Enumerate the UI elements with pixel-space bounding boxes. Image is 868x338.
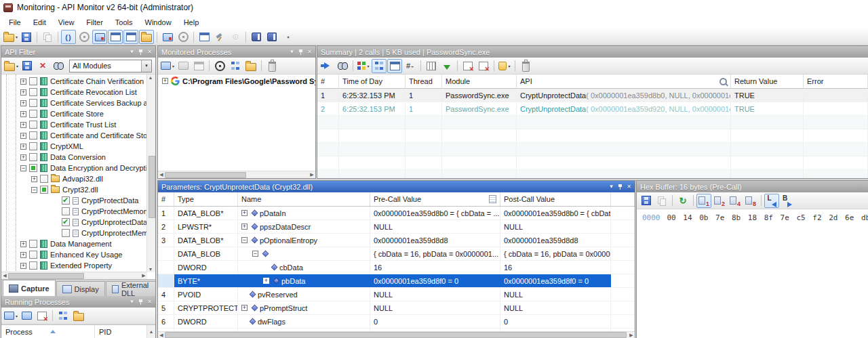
menu-item-window[interactable]: Window [139,15,178,29]
close-icon[interactable]: ✕ [627,184,631,190]
hex-dump-line[interactable]: 000000 14 0b 7e 8b 18 8f 7e c5 f2 2d 6e … [637,209,868,222]
probe-icon[interactable] [77,30,92,44]
highlight-grid-icon[interactable]: ▾ [356,59,371,73]
refresh-buffer-icon[interactable]: ↻ [675,194,690,208]
column-header-pre-call-value[interactable]: Pre-Call Value [370,192,500,206]
tree-item[interactable]: +CryptXML [1,141,147,152]
find-icon[interactable] [335,59,350,73]
tree-item[interactable]: +Data Management [1,238,147,249]
tree-checkbox[interactable] [29,153,37,161]
pause-hand-icon[interactable]: ▾ [497,59,512,73]
menu-item-view[interactable]: View [52,15,81,29]
open-filter-icon[interactable]: ▾ [3,59,19,73]
tree-checkbox[interactable] [29,99,37,107]
remove-monitor-icon[interactable] [191,59,206,73]
display-window-icon[interactable] [197,30,212,44]
folder-view-icon[interactable] [139,30,154,44]
tab-display[interactable]: Display [56,281,105,296]
parameter-row[interactable]: DATA_BLOB−{ cbData = 16, pbData = 0x0000… [158,247,635,261]
tree-item[interactable]: +Certificate and Certificate Sto [1,130,147,141]
expander-icon[interactable]: + [20,133,26,139]
delete-icon[interactable] [264,59,279,73]
tree-horizontal-scrollbar[interactable]: ◀ ▶ [1,272,147,279]
little-endian-icon[interactable]: L [764,194,779,208]
parameter-row[interactable]: DWORDcbData1616 [158,261,635,274]
group-2-bytes-icon[interactable]: 2 [712,194,727,208]
tree-checkbox[interactable] [29,251,37,259]
panel-menu-icon[interactable]: ▼ [129,49,134,55]
tree-item[interactable]: CryptUnprotectData [1,217,147,228]
library-icon[interactable] [249,30,264,44]
expander-icon[interactable]: + [241,305,248,311]
close-icon[interactable]: ✕ [147,49,152,55]
column-header-thread[interactable]: Thread [406,75,442,88]
pin-icon[interactable] [138,299,143,305]
capture-braces-icon[interactable]: () [61,30,76,44]
expander-icon[interactable]: + [20,252,26,258]
column-header-name[interactable]: Name [238,192,370,206]
group-1-byte-icon[interactable]: 1 [696,194,711,208]
call-tree-icon[interactable] [372,59,387,73]
expander-icon[interactable]: + [20,100,26,106]
tree-checkbox[interactable] [62,196,70,205]
properties-icon[interactable] [71,309,86,323]
fingerprint-icon[interactable] [228,30,243,44]
attach-process-icon[interactable] [176,30,191,44]
parameter-row[interactable]: 2LPWSTR*+ppszDataDescrNULLNULL [158,220,635,234]
parameter-row[interactable]: 6DWORDdwFlags00 [158,315,635,329]
expander-icon[interactable]: + [20,122,26,128]
export-icon[interactable] [439,59,454,73]
tree-checkbox[interactable] [29,77,37,85]
expander-icon[interactable]: − [31,187,37,193]
monitored-horizontal-scrollbar[interactable]: ◀ ▶ [158,171,315,178]
column-header-process[interactable]: Process [1,325,95,338]
monitor-process-icon[interactable]: ▾ [3,309,18,323]
tree-checkbox[interactable] [29,240,37,248]
tab-capture[interactable]: Capture [3,280,56,296]
panel-menu-icon[interactable]: ▼ [608,184,614,190]
expander-icon[interactable]: + [20,79,26,85]
notes-icon[interactable] [264,30,279,44]
edit-monitor-icon[interactable] [176,59,191,73]
tree-item[interactable]: +Certificate Store [1,108,147,119]
expander-icon[interactable]: + [31,176,37,182]
tree-item[interactable]: +Certificate Trust List [1,119,147,130]
buffer-view-icon[interactable] [489,195,496,203]
expander-icon[interactable]: + [20,111,26,117]
expander-icon[interactable]: − [252,251,258,257]
tree-item[interactable]: +Certificate Services Backup an [1,98,147,108]
stop-capture-icon[interactable] [160,30,175,44]
parameter-row[interactable]: 5CRYPTPROTECT...+pPromptStructNULLNULL [158,301,635,315]
tree-checkbox[interactable] [29,261,37,270]
save-buffer-icon[interactable] [639,194,654,208]
big-endian-icon[interactable]: B [780,194,795,208]
add-monitor-icon[interactable]: ▾ [160,59,175,73]
clear-api-icon[interactable] [460,59,475,73]
close-icon[interactable]: ✕ [307,49,312,55]
parameter-row[interactable]: BYTE*+pbData0x0000001ea359d8f0 = 00x0000… [158,274,635,288]
module-filter-combobox[interactable]: All Modules ▼ [69,60,152,72]
tools-icon[interactable] [212,30,227,44]
menu-item-tools[interactable]: Tools [109,15,139,29]
column-header-type[interactable]: Type [174,192,238,206]
tree-item[interactable]: −Crypt32.dll [1,184,147,195]
monitored-process-row[interactable]: + C:\Program Files\Google\Password Sync\… [158,75,315,85]
tree-item[interactable]: +Certificate Revocation List [1,87,147,98]
api-call-row[interactable]: 26:25:32.153 PM1PasswordSync.exeCryptUnp… [317,102,868,116]
tree-item[interactable]: +Extended Property [1,260,147,271]
expander-icon[interactable]: + [241,210,248,216]
parameter-row[interactable]: 1DATA_BLOB*+pDataIn0x0000001ea359d8b0 = … [158,207,635,220]
expander-icon[interactable]: + [20,241,26,247]
pin-icon[interactable] [618,184,623,190]
tree-checkbox[interactable] [40,175,48,183]
tree-item[interactable]: +Enhanced Key Usage [1,249,147,260]
combo-dropdown-icon[interactable]: ▼ [141,60,151,72]
tab-external-dll[interactable]: External DLL [106,281,156,296]
delete-calls-icon[interactable] [518,59,533,73]
tree-item[interactable]: +Advapi32.dll [1,173,147,184]
toolbar-overflow-icon[interactable]: ▾ [280,30,295,44]
parameter-row[interactable]: 4PVOIDpvReservedNULLNULL [158,288,635,301]
columns-icon[interactable] [424,59,439,73]
group-8-bytes-icon[interactable]: 8 [743,194,758,208]
expander-icon[interactable]: + [20,144,26,150]
